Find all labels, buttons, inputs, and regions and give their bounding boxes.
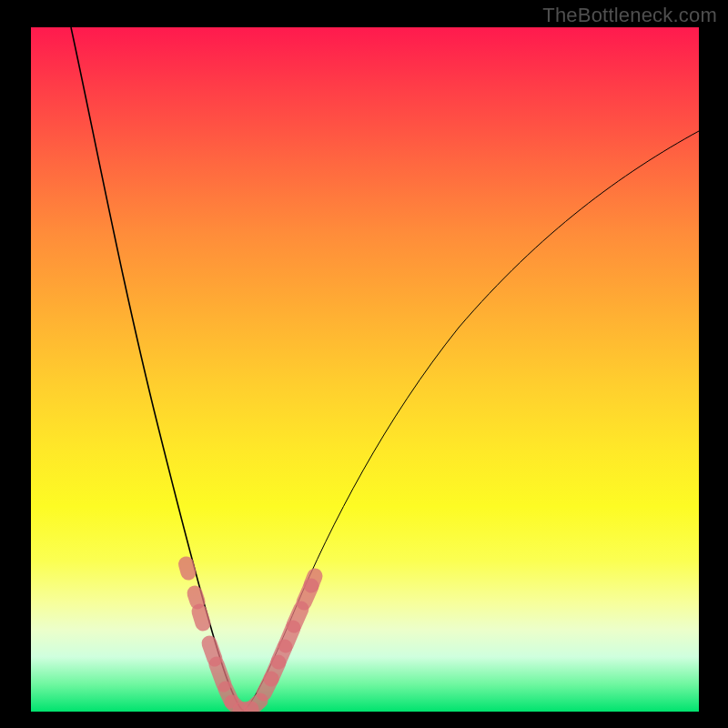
- marker-dot: [217, 664, 224, 684]
- chart-svg: [31, 27, 699, 712]
- marker-dot: [209, 643, 215, 659]
- curve-right: [244, 131, 699, 711]
- curve-left: [71, 27, 244, 711]
- marker-dot: [195, 593, 197, 602]
- plot-area: [31, 27, 699, 712]
- watermark-text: TheBottleneck.com: [542, 4, 717, 27]
- marker-dot: [199, 612, 203, 623]
- marker-dot: [294, 609, 301, 625]
- marker-dot: [311, 576, 315, 585]
- marker-dot: [187, 564, 189, 572]
- markers-group: [187, 564, 316, 710]
- marker-dot: [251, 701, 260, 709]
